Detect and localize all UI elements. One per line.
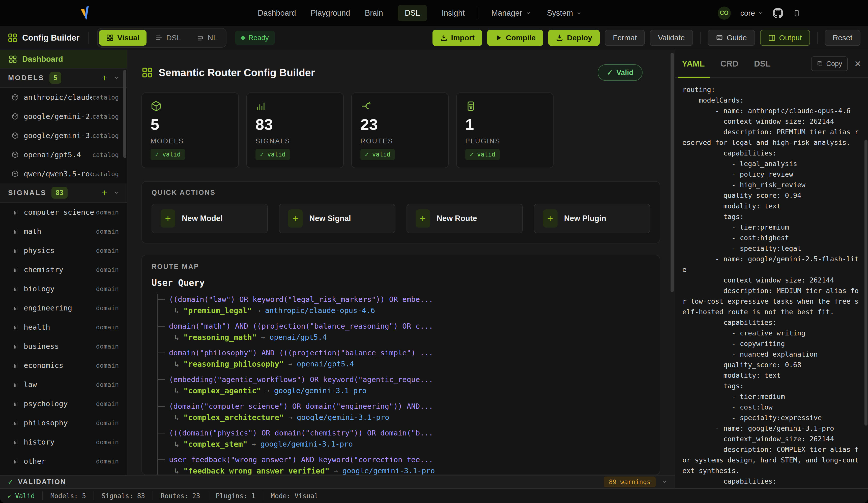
import-button[interactable]: Import xyxy=(433,30,482,46)
arrow-right-icon: → xyxy=(266,387,270,395)
github-icon[interactable] xyxy=(773,8,783,18)
nav-item-brain[interactable]: Brain xyxy=(365,9,383,18)
model-list-item[interactable]: openai/gpt5.4 catalog xyxy=(0,145,127,164)
signal-list-item[interactable]: chemistry domain xyxy=(0,260,127,279)
stat-card-plugins[interactable]: 1 PLUGINS ✓ valid xyxy=(456,93,554,168)
grid-icon xyxy=(142,67,153,78)
signal-list-item[interactable]: other domain xyxy=(0,452,127,471)
quick-action-button[interactable]: + New Plugin xyxy=(534,203,650,233)
signal-name: biology xyxy=(24,284,54,293)
signal-list-item[interactable]: law domain xyxy=(0,375,127,394)
model-list-item[interactable]: qwen/qwen3.5-rocm catalog xyxy=(0,164,127,184)
compile-button[interactable]: Compile xyxy=(487,30,543,46)
route-entry[interactable]: ((domain("law") OR keyword("legal_risk_m… xyxy=(158,294,650,316)
user-menu[interactable]: core xyxy=(741,9,763,18)
check-icon: ✓ xyxy=(8,492,12,500)
route-entry[interactable]: domain("philosophy") AND (((projection("… xyxy=(158,347,650,369)
chevron-down-icon[interactable] xyxy=(114,190,119,195)
copy-button[interactable]: Copy xyxy=(811,56,848,71)
warnings-badge[interactable]: 89 warnings xyxy=(604,476,656,488)
output-toggle-button[interactable]: Output xyxy=(760,30,810,46)
stat-card-routes[interactable]: 23 ROUTES ✓ valid xyxy=(351,93,448,168)
signal-list-item[interactable]: history domain xyxy=(0,432,127,452)
route-map-root-node: User Query xyxy=(152,278,650,288)
elbow-arrow-icon: ↳ xyxy=(175,386,179,395)
signal-name: physics xyxy=(24,246,54,255)
deploy-button[interactable]: Deploy xyxy=(548,30,600,46)
signal-name: economics xyxy=(24,361,63,370)
route-target-row: ↳ "feedback_wrong_answer_verified" → goo… xyxy=(175,465,650,475)
device-icon[interactable] xyxy=(793,9,800,17)
reset-button[interactable]: Reset xyxy=(825,30,860,46)
signal-type-tag: domain xyxy=(96,439,119,446)
signal-type-tag: domain xyxy=(96,247,119,254)
valid-text: valid xyxy=(477,151,495,158)
import-label: Import xyxy=(451,33,475,42)
signal-list-item[interactable]: psychology domain xyxy=(0,394,127,413)
signal-list-item[interactable]: health domain xyxy=(0,317,127,337)
signal-list-item[interactable]: economics domain xyxy=(0,356,127,375)
toolbar-divider xyxy=(88,32,89,44)
chevron-down-icon[interactable] xyxy=(114,75,119,80)
model-list-item[interactable]: google/gemini-2.… catalog xyxy=(0,107,127,126)
guide-button[interactable]: Guide xyxy=(707,30,755,46)
validate-button[interactable]: Validate xyxy=(650,30,693,46)
main-scrollbar[interactable] xyxy=(671,53,674,292)
quick-action-button[interactable]: + New Route xyxy=(406,203,523,233)
route-condition: (((domain("physics") OR domain("chemistr… xyxy=(169,429,433,437)
avatar[interactable]: CO xyxy=(718,7,731,20)
stat-card-signals[interactable]: 83 SIGNALS ✓ valid xyxy=(246,93,344,168)
yaml-code[interactable]: routing: modelCards: - name: anthropic/c… xyxy=(675,78,868,488)
route-entry[interactable]: (embedding("agentic_workflows") OR keywo… xyxy=(158,374,650,396)
signal-list-item[interactable]: engineering domain xyxy=(0,298,127,317)
signal-list-item[interactable]: computer science domain xyxy=(0,202,127,222)
mode-visual-button[interactable]: Visual xyxy=(99,30,146,45)
brand-logo-icon[interactable] xyxy=(80,6,91,21)
mode-nl-button[interactable]: NL xyxy=(190,30,225,45)
elbow-arrow-icon: ↳ xyxy=(175,440,179,449)
route-entry[interactable]: user_feedback("wrong_answer") AND keywor… xyxy=(158,454,650,475)
quick-action-button[interactable]: + New Signal xyxy=(279,203,395,233)
tab-dsl[interactable]: DSL xyxy=(754,59,771,69)
format-button[interactable]: Format xyxy=(605,30,645,46)
signal-list-item[interactable]: biology domain xyxy=(0,279,127,298)
nav-item-playground[interactable]: Playground xyxy=(311,9,350,18)
route-target-row: ↳ "reasoning_math" → openai/gpt5.4 xyxy=(175,332,650,343)
signal-name: engineering xyxy=(24,304,72,312)
signal-list-item[interactable]: math domain xyxy=(0,222,127,241)
nav-item-dsl[interactable]: DSL xyxy=(398,5,427,21)
output-scrollbar[interactable] xyxy=(865,140,868,426)
add-signal-button[interactable]: + xyxy=(102,189,107,197)
nav-item-dashboard[interactable]: Dashboard xyxy=(258,9,296,18)
model-list-item[interactable]: google/gemini-3.… catalog xyxy=(0,126,127,145)
tab-yaml[interactable]: YAML xyxy=(682,59,705,69)
model-list-item[interactable]: anthropic/claude… catalog xyxy=(0,88,127,107)
nav-item-insight[interactable]: Insight xyxy=(442,9,465,18)
system-menu[interactable]: System xyxy=(547,9,581,18)
route-name: "complex_agentic" xyxy=(184,386,261,395)
sidebar-scrollbar[interactable] xyxy=(123,70,126,158)
sidebar-item-dashboard[interactable]: Dashboard xyxy=(0,50,127,69)
quick-action-button[interactable]: + New Model xyxy=(152,203,268,233)
signal-list-item[interactable]: business domain xyxy=(0,337,127,356)
manager-menu[interactable]: Manager xyxy=(492,9,531,18)
chevron-down-icon[interactable] xyxy=(662,479,667,484)
route-entry[interactable]: (domain("computer science") OR domain("e… xyxy=(158,401,650,423)
stat-card-models[interactable]: 5 MODELS ✓ valid xyxy=(142,93,239,168)
close-panel-icon[interactable]: ✕ xyxy=(854,59,862,69)
route-entry[interactable]: (((domain("physics") OR domain("chemistr… xyxy=(158,427,650,450)
mode-dsl-button[interactable]: DSL xyxy=(148,30,188,45)
add-model-button[interactable]: + xyxy=(102,74,107,82)
page-title: Semantic Router Config Builder xyxy=(159,67,315,78)
download-icon xyxy=(440,34,448,42)
route-condition-row: (domain("computer science") OR domain("e… xyxy=(158,401,650,412)
route-target-row: ↳ "complex_architecture" → google/gemini… xyxy=(175,412,650,423)
validation-bar[interactable]: ✓ VALIDATION 89 warnings xyxy=(0,475,675,488)
guide-book-icon xyxy=(716,34,723,42)
cube-icon xyxy=(151,101,162,112)
signal-list-item[interactable]: philosophy domain xyxy=(0,413,127,432)
route-entry[interactable]: domain("math") AND ((projection("balance… xyxy=(158,321,650,343)
tab-crd[interactable]: CRD xyxy=(720,59,738,69)
signal-list-item[interactable]: physics domain xyxy=(0,241,127,260)
plugins-stat-label: PLUGINS xyxy=(465,137,545,145)
